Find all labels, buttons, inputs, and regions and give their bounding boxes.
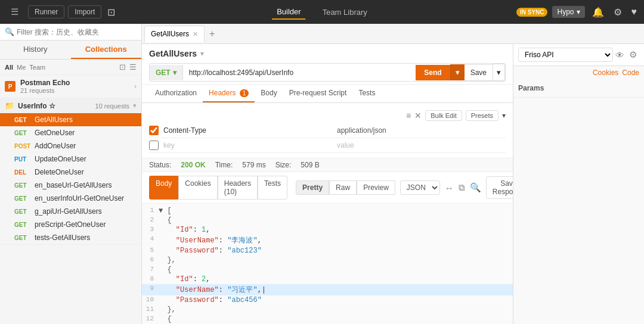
- resp-tab-headers[interactable]: Headers (10): [218, 176, 258, 200]
- request-item-tests[interactable]: GET tests-GetAllUsers: [0, 231, 141, 244]
- new-collection-button[interactable]: ⊡: [119, 63, 126, 71]
- dropdown-icon[interactable]: ▾: [200, 49, 204, 58]
- header-value-placeholder[interactable]: value: [337, 141, 506, 149]
- save-response-button[interactable]: Save Response: [486, 176, 513, 199]
- method-badge-get: GET: [14, 182, 35, 189]
- request-section: GetAllUsers ▾ GET ▾ Send ▾ Save ▾: [142, 44, 513, 85]
- search-response-button[interactable]: 🔍: [470, 182, 481, 193]
- sidebar-subtab-team[interactable]: Team: [29, 64, 45, 71]
- url-input[interactable]: [183, 65, 416, 80]
- method-label: GET: [156, 68, 171, 77]
- request-item-prescript[interactable]: GET preScript-GetOneUser: [0, 218, 141, 231]
- req-tab-authorization[interactable]: Authorization: [149, 85, 203, 102]
- new-window-button[interactable]: ⊡: [105, 5, 117, 19]
- top-bar: ☰ Runner Import ⊡ Builder Team Library I…: [0, 0, 644, 24]
- presets-button[interactable]: Presets: [466, 110, 499, 121]
- code-line-9: 9 "UserName": "习近平",|: [142, 284, 513, 295]
- request-item-deleteoneuser[interactable]: DEL DeleteOneUser: [0, 166, 141, 179]
- line-number: 12: [142, 315, 159, 322]
- env-eye-button[interactable]: 👁: [613, 49, 627, 61]
- sidebar-tabs: History Collections: [0, 40, 141, 60]
- request-item-getallusers[interactable]: GET GetAllUsers: [0, 113, 141, 126]
- code-link[interactable]: Code: [622, 68, 639, 77]
- top-bar-right: IN SYNC Hypo ▾ 🔔 ⚙ ♥: [516, 5, 639, 19]
- sidebar-tab-collections[interactable]: Collections: [71, 40, 142, 59]
- user-menu[interactable]: Hypo ▾: [552, 6, 584, 18]
- bulk-icon[interactable]: ≡: [406, 111, 411, 120]
- clear-icon[interactable]: ✕: [414, 111, 422, 120]
- runner-button[interactable]: Runner: [28, 5, 64, 18]
- size-value: 509 B: [301, 161, 319, 169]
- copy-button[interactable]: ⧉: [459, 182, 465, 193]
- cookies-link[interactable]: Cookies: [593, 68, 618, 77]
- response-code-area[interactable]: 1 ▼ [ 2 { 3 "Id": 1, 4: [142, 204, 513, 324]
- request-name: UpdateOneUser: [35, 155, 86, 163]
- environment-select[interactable]: Friso API: [518, 48, 613, 62]
- line-content: {: [159, 315, 513, 323]
- request-name: DeleteOneUser: [35, 168, 84, 176]
- folder-userinfo-header[interactable]: 📁 UserInfo ☆ 10 requests ▾: [0, 98, 141, 113]
- method-select[interactable]: GET ▾: [150, 65, 183, 80]
- save-dropdown-button[interactable]: ▾: [493, 64, 505, 81]
- notification-button[interactable]: 🔔: [590, 5, 606, 19]
- request-item-g-apiurl[interactable]: GET g_apiUrl-GetAllUsers: [0, 205, 141, 218]
- sidebar-toggle-button[interactable]: ☰: [5, 5, 24, 19]
- line-number: 9: [142, 285, 159, 292]
- header-checkbox-empty[interactable]: [149, 141, 159, 150]
- request-item-getoneuser[interactable]: GET GetOneUser: [0, 126, 141, 139]
- code-line-8: 8 "Id": 2,: [142, 275, 513, 284]
- resp-tab-tests[interactable]: Tests: [258, 176, 287, 200]
- tab-add-button[interactable]: +: [206, 29, 218, 39]
- settings-button[interactable]: ⚙: [611, 5, 624, 19]
- code-line-12: 12 {: [142, 314, 513, 324]
- request-item-addoneuser[interactable]: POST AddOneUser: [0, 139, 141, 152]
- bulk-edit-button[interactable]: Bulk Edit: [425, 110, 462, 121]
- status-bar: Status: 200 OK Time: 579 ms Size: 509 B: [142, 158, 513, 172]
- send-button[interactable]: Send: [416, 65, 450, 80]
- tab-team-library[interactable]: Team Library: [318, 5, 372, 19]
- request-item-updateoneuser[interactable]: PUT UpdateOneUser: [0, 152, 141, 166]
- env-settings-button[interactable]: ⚙: [627, 48, 639, 61]
- sort-button[interactable]: ☰: [129, 63, 137, 71]
- import-button[interactable]: Import: [68, 5, 101, 18]
- req-tab-body[interactable]: Body: [255, 85, 283, 102]
- folder-name: UserInfo ☆: [18, 102, 95, 110]
- req-tab-headers[interactable]: Headers 1: [203, 85, 255, 102]
- size-label: Size:: [275, 161, 292, 169]
- sidebar-subtab-all[interactable]: All: [5, 64, 13, 71]
- code-line-2: 2 {: [142, 216, 513, 225]
- request-name: preScript-GetOneUser: [35, 220, 106, 229]
- request-item-en-userinfo[interactable]: GET en_userInfoUrl-GetOneUser: [0, 192, 141, 205]
- tab-item-getallusers[interactable]: GetAllUsers ✕: [144, 26, 205, 42]
- code-line-1: 1 ▼ [: [142, 206, 513, 216]
- format-preview-button[interactable]: Preview: [357, 180, 395, 195]
- params-section: Params: [513, 79, 644, 98]
- heart-button[interactable]: ♥: [629, 5, 640, 18]
- sidebar-tab-history[interactable]: History: [0, 40, 71, 59]
- search-input[interactable]: [17, 28, 137, 36]
- line-number: 2: [142, 216, 159, 223]
- req-tab-prerequest[interactable]: Pre-request Script: [283, 85, 353, 102]
- folder-icon: 📁: [5, 101, 14, 110]
- save-button[interactable]: Save: [465, 64, 493, 81]
- format-raw-button[interactable]: Raw: [329, 180, 357, 195]
- req-tab-tests[interactable]: Tests: [352, 85, 381, 102]
- collection-item-postman-echo[interactable]: P Postman Echo 21 requests ›: [0, 75, 141, 98]
- header-key-placeholder[interactable]: key: [163, 141, 332, 149]
- send-dropdown-button[interactable]: ▾: [450, 64, 465, 80]
- response-tabs: Body Cookies Headers (10) Tests: [149, 176, 287, 200]
- tab-builder[interactable]: Builder: [272, 5, 305, 20]
- resp-tab-body[interactable]: Body: [149, 176, 178, 200]
- resp-tab-cookies[interactable]: Cookies: [178, 176, 217, 200]
- tab-close-icon[interactable]: ✕: [193, 30, 198, 38]
- format-pretty-button[interactable]: Pretty: [296, 180, 329, 195]
- header-checkbox[interactable]: [149, 126, 159, 135]
- wrap-icon[interactable]: ↔: [445, 183, 454, 193]
- sync-badge: IN SYNC: [516, 8, 548, 17]
- line-content: "Id": 1,: [159, 226, 513, 234]
- sidebar-subtab-me[interactable]: Me: [17, 64, 26, 71]
- presets-chevron-icon[interactable]: ▾: [502, 111, 506, 120]
- format-select[interactable]: JSON XML Text: [400, 180, 440, 195]
- request-item-en-baseurl[interactable]: GET en_baseUrl-GetAllUsers: [0, 179, 141, 192]
- line-number: 11: [142, 306, 159, 313]
